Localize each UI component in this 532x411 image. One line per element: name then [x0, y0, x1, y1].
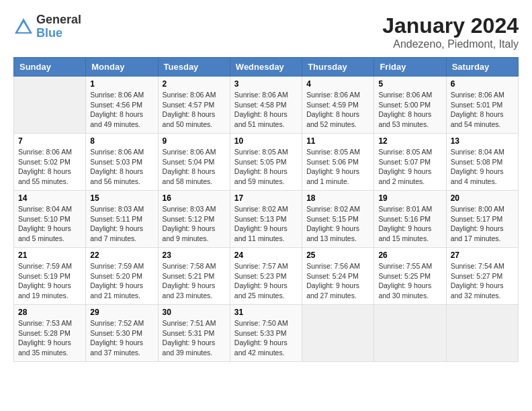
calendar-cell: 11Sunrise: 8:05 AM Sunset: 5:06 PM Dayli… [302, 134, 374, 191]
day-info: Sunrise: 8:06 AM Sunset: 5:03 PM Dayligh… [90, 147, 153, 187]
calendar-table: SundayMondayTuesdayWednesdayThursdayFrid… [13, 57, 519, 362]
day-info: Sunrise: 8:05 AM Sunset: 5:06 PM Dayligh… [306, 147, 369, 187]
calendar-cell: 10Sunrise: 8:05 AM Sunset: 5:05 PM Dayli… [230, 134, 302, 191]
calendar-cell: 17Sunrise: 8:02 AM Sunset: 5:13 PM Dayli… [230, 191, 302, 248]
calendar-body: 1Sunrise: 8:06 AM Sunset: 4:56 PM Daylig… [14, 77, 519, 362]
day-info: Sunrise: 7:57 AM Sunset: 5:23 PM Dayligh… [234, 261, 298, 301]
calendar-cell: 25Sunrise: 7:56 AM Sunset: 5:24 PM Dayli… [302, 248, 374, 305]
day-info: Sunrise: 7:55 AM Sunset: 5:25 PM Dayligh… [378, 261, 441, 301]
day-number: 30 [163, 308, 226, 317]
day-info: Sunrise: 8:06 AM Sunset: 4:57 PM Dayligh… [163, 90, 226, 130]
logo-general: General [36, 13, 81, 27]
calendar-cell: 26Sunrise: 7:55 AM Sunset: 5:25 PM Dayli… [374, 248, 446, 305]
day-info: Sunrise: 8:04 AM Sunset: 5:10 PM Dayligh… [18, 204, 81, 244]
day-number: 19 [378, 193, 441, 203]
calendar-week-row: 7Sunrise: 8:06 AM Sunset: 5:02 PM Daylig… [14, 134, 519, 191]
day-info: Sunrise: 7:54 AM Sunset: 5:27 PM Dayligh… [451, 261, 514, 301]
logo-text: General Blue [36, 13, 81, 40]
calendar-cell: 19Sunrise: 8:01 AM Sunset: 5:16 PM Dayli… [374, 191, 446, 248]
column-header-thursday: Thursday [302, 58, 374, 77]
day-number: 11 [306, 136, 369, 146]
calendar-cell: 23Sunrise: 7:58 AM Sunset: 5:21 PM Dayli… [158, 248, 230, 305]
day-number: 27 [451, 250, 514, 260]
day-number: 24 [234, 250, 298, 260]
day-number: 29 [90, 308, 153, 317]
day-number: 13 [451, 136, 514, 146]
column-header-sunday: Sunday [14, 58, 86, 77]
calendar-cell: 7Sunrise: 8:06 AM Sunset: 5:02 PM Daylig… [14, 134, 86, 191]
day-number: 16 [163, 193, 226, 203]
calendar-cell: 14Sunrise: 8:04 AM Sunset: 5:10 PM Dayli… [14, 191, 86, 248]
day-info: Sunrise: 7:51 AM Sunset: 5:31 PM Dayligh… [163, 318, 226, 358]
calendar-cell: 29Sunrise: 7:52 AM Sunset: 5:30 PM Dayli… [86, 305, 158, 362]
calendar-cell: 12Sunrise: 8:05 AM Sunset: 5:07 PM Dayli… [374, 134, 446, 191]
calendar-cell: 1Sunrise: 8:06 AM Sunset: 4:56 PM Daylig… [86, 77, 158, 134]
day-info: Sunrise: 7:59 AM Sunset: 5:20 PM Dayligh… [90, 261, 153, 301]
day-number: 23 [163, 250, 226, 260]
column-header-monday: Monday [86, 58, 158, 77]
day-number: 1 [90, 79, 153, 89]
calendar-cell: 3Sunrise: 8:06 AM Sunset: 4:58 PM Daylig… [230, 77, 302, 134]
day-info: Sunrise: 8:05 AM Sunset: 5:05 PM Dayligh… [234, 147, 298, 187]
day-number: 12 [378, 136, 441, 146]
day-info: Sunrise: 8:06 AM Sunset: 4:59 PM Dayligh… [306, 90, 369, 130]
calendar-week-row: 28Sunrise: 7:53 AM Sunset: 5:28 PM Dayli… [14, 305, 519, 362]
day-info: Sunrise: 7:53 AM Sunset: 5:28 PM Dayligh… [18, 318, 81, 358]
logo-blue: Blue [36, 27, 81, 40]
day-info: Sunrise: 7:59 AM Sunset: 5:19 PM Dayligh… [18, 261, 81, 301]
calendar-cell: 6Sunrise: 8:06 AM Sunset: 5:01 PM Daylig… [446, 77, 518, 134]
day-info: Sunrise: 8:02 AM Sunset: 5:15 PM Dayligh… [306, 204, 369, 244]
day-info: Sunrise: 8:06 AM Sunset: 5:02 PM Dayligh… [18, 147, 81, 187]
calendar-week-row: 1Sunrise: 8:06 AM Sunset: 4:56 PM Daylig… [14, 77, 519, 134]
calendar-cell: 5Sunrise: 8:06 AM Sunset: 5:00 PM Daylig… [374, 77, 446, 134]
day-number: 25 [306, 250, 369, 260]
day-number: 21 [18, 250, 81, 260]
day-number: 17 [234, 193, 298, 203]
day-info: Sunrise: 7:58 AM Sunset: 5:21 PM Dayligh… [163, 261, 226, 301]
day-number: 9 [163, 136, 226, 146]
day-info: Sunrise: 8:04 AM Sunset: 5:08 PM Dayligh… [451, 147, 514, 187]
calendar-cell: 24Sunrise: 7:57 AM Sunset: 5:23 PM Dayli… [230, 248, 302, 305]
day-number: 26 [378, 250, 441, 260]
day-number: 2 [163, 79, 226, 89]
day-info: Sunrise: 8:03 AM Sunset: 5:12 PM Dayligh… [163, 204, 226, 244]
day-number: 28 [18, 308, 81, 317]
calendar-cell: 22Sunrise: 7:59 AM Sunset: 5:20 PM Dayli… [86, 248, 158, 305]
day-info: Sunrise: 8:06 AM Sunset: 5:04 PM Dayligh… [163, 147, 226, 187]
calendar-cell: 2Sunrise: 8:06 AM Sunset: 4:57 PM Daylig… [158, 77, 230, 134]
month-year-title: January 2024 [382, 13, 519, 38]
calendar-cell: 16Sunrise: 8:03 AM Sunset: 5:12 PM Dayli… [158, 191, 230, 248]
day-info: Sunrise: 8:05 AM Sunset: 5:07 PM Dayligh… [378, 147, 441, 187]
day-number: 6 [451, 79, 514, 89]
day-info: Sunrise: 7:52 AM Sunset: 5:30 PM Dayligh… [90, 318, 153, 358]
calendar-cell: 13Sunrise: 8:04 AM Sunset: 5:08 PM Dayli… [446, 134, 518, 191]
calendar-cell: 15Sunrise: 8:03 AM Sunset: 5:11 PM Dayli… [86, 191, 158, 248]
column-header-wednesday: Wednesday [230, 58, 302, 77]
calendar-header-row: SundayMondayTuesdayWednesdayThursdayFrid… [14, 58, 519, 77]
day-info: Sunrise: 7:50 AM Sunset: 5:33 PM Dayligh… [234, 318, 298, 358]
day-number: 20 [451, 193, 514, 203]
day-number: 31 [234, 308, 298, 317]
day-number: 18 [306, 193, 369, 203]
column-header-tuesday: Tuesday [158, 58, 230, 77]
calendar-cell: 31Sunrise: 7:50 AM Sunset: 5:33 PM Dayli… [230, 305, 302, 362]
day-number: 4 [306, 79, 369, 89]
page-header: General Blue January 2024 Andezeno, Pied… [13, 13, 519, 50]
day-info: Sunrise: 8:06 AM Sunset: 4:56 PM Dayligh… [90, 90, 153, 130]
calendar-cell: 9Sunrise: 8:06 AM Sunset: 5:04 PM Daylig… [158, 134, 230, 191]
calendar-cell: 18Sunrise: 8:02 AM Sunset: 5:15 PM Dayli… [302, 191, 374, 248]
day-number: 15 [90, 193, 153, 203]
day-number: 7 [18, 136, 81, 146]
day-info: Sunrise: 7:56 AM Sunset: 5:24 PM Dayligh… [306, 261, 369, 301]
day-info: Sunrise: 8:03 AM Sunset: 5:11 PM Dayligh… [90, 204, 153, 244]
title-block: January 2024 Andezeno, Piedmont, Italy [382, 13, 519, 50]
day-number: 8 [90, 136, 153, 146]
day-info: Sunrise: 8:06 AM Sunset: 5:00 PM Dayligh… [378, 90, 441, 130]
day-number: 5 [378, 79, 441, 89]
location-subtitle: Andezeno, Piedmont, Italy [382, 38, 519, 50]
day-info: Sunrise: 8:06 AM Sunset: 5:01 PM Dayligh… [451, 90, 514, 130]
column-header-friday: Friday [374, 58, 446, 77]
calendar-cell: 21Sunrise: 7:59 AM Sunset: 5:19 PM Dayli… [14, 248, 86, 305]
logo-icon [13, 17, 34, 37]
logo: General Blue [13, 13, 81, 40]
